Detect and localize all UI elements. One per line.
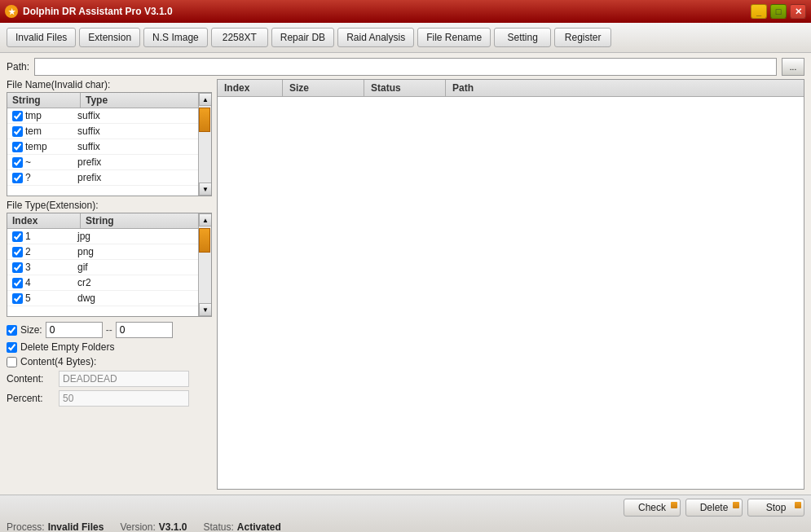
filetype-scroll-thumb[interactable] <box>199 228 210 253</box>
window-controls: _ □ ✕ <box>751 4 806 19</box>
process-value: Invalid Files <box>48 521 104 532</box>
filetype-row-2-check[interactable]: 2 <box>7 245 73 258</box>
filetype-check-5[interactable] <box>12 293 23 304</box>
app-icon: ★ <box>5 5 18 18</box>
2258xt-button[interactable]: 2258XT <box>211 28 268 47</box>
raid-analysis-button[interactable]: Raid Analysis <box>337 28 414 47</box>
results-col-path: Path <box>446 80 804 96</box>
process-label: Process: <box>7 521 45 532</box>
action-row: Check Delete Stop <box>0 495 811 520</box>
filename-hscroll-left[interactable]: ◄ <box>7 196 20 197</box>
main-window: Invalid Files Extension N.S Image 2258XT… <box>0 23 811 532</box>
filetype-check-3[interactable] <box>12 262 23 273</box>
filename-row-1-type: suffix <box>73 109 138 122</box>
filename-col-type: Type <box>81 93 112 108</box>
results-col-index: Index <box>218 80 283 96</box>
filetype-list-header: Index String <box>7 213 198 229</box>
content-check-row: Content(4 Bytes): <box>7 356 212 367</box>
percent-row: Percent: <box>7 390 212 407</box>
filename-row-5-check[interactable]: ? <box>7 171 73 184</box>
results-table: Index Size Status Path <box>217 79 804 490</box>
filename-row-4-check[interactable]: ~ <box>7 156 73 169</box>
filename-row-2-check[interactable]: tem <box>7 125 73 138</box>
filetype-vscrollbar[interactable]: ▲ ▼ <box>198 213 211 316</box>
content-checkbox[interactable] <box>7 357 17 367</box>
filename-row-1-check[interactable]: tmp <box>7 109 73 122</box>
percent-input[interactable] <box>59 390 189 407</box>
filename-check-5[interactable] <box>12 173 23 183</box>
filename-hscrollbar[interactable]: ◄ ► ⊡ <box>7 196 211 196</box>
filetype-hscroll-right[interactable]: ► <box>185 317 198 318</box>
file-rename-button[interactable]: File Rename <box>417 28 491 47</box>
register-button[interactable]: Register <box>554 28 611 47</box>
size-label: Size: <box>20 324 42 336</box>
content-input[interactable] <box>59 371 189 387</box>
filetype-section-label: File Type(Extension): <box>7 200 212 211</box>
delete-empty-checkbox[interactable] <box>7 342 17 353</box>
stop-button[interactable]: Stop <box>747 499 804 517</box>
minimize-button[interactable]: _ <box>751 4 767 19</box>
filename-scroll-up[interactable]: ▲ <box>199 93 212 106</box>
filename-col-string: String <box>7 93 81 108</box>
filetype-row-5-check[interactable]: 5 <box>7 292 73 305</box>
filename-scroll-track <box>199 106 211 182</box>
filetype-scroll-down[interactable]: ▼ <box>199 303 212 316</box>
delete-empty-row: Delete Empty Folders <box>7 341 212 353</box>
filetype-hscrollbar[interactable]: ◄ ► ⊡ <box>7 316 211 317</box>
repair-db-button[interactable]: Repair DB <box>271 28 334 47</box>
content-check-label: Content(4 Bytes): <box>20 356 96 367</box>
list-item: tem suffix <box>7 124 198 139</box>
filetype-check-4[interactable] <box>12 278 23 288</box>
filetype-row-3-string: gif <box>73 261 93 274</box>
status-info: Status: Activated <box>203 521 280 532</box>
filename-resize-grip[interactable]: ⊡ <box>198 196 211 197</box>
filename-scroll-down[interactable]: ▼ <box>199 182 212 196</box>
size-from-input[interactable] <box>46 322 103 338</box>
filename-check-1[interactable] <box>12 111 23 121</box>
filename-section-label: File Name(Invalid char): <box>7 79 212 90</box>
filetype-row-1-check[interactable]: 1 <box>7 230 73 243</box>
filename-row-3-check[interactable]: temp <box>7 140 73 153</box>
filename-hscroll-right[interactable]: ► <box>185 196 198 197</box>
delete-button[interactable]: Delete <box>685 499 743 517</box>
filetype-check-2[interactable] <box>12 247 23 257</box>
extension-button[interactable]: Extension <box>79 28 140 47</box>
path-input[interactable] <box>34 58 777 76</box>
results-header: Index Size Status Path <box>218 80 804 97</box>
filetype-check-1[interactable] <box>12 231 23 242</box>
size-checkbox[interactable] <box>7 325 17 336</box>
filename-check-2[interactable] <box>12 126 23 137</box>
filetype-scroll-track <box>199 226 211 303</box>
close-button[interactable]: ✕ <box>790 4 806 19</box>
filetype-row-4-check[interactable]: 4 <box>7 276 73 289</box>
left-panel: File Name(Invalid char): String Type <box>7 79 212 490</box>
filename-check-4[interactable] <box>12 157 23 168</box>
version-value: V3.1.0 <box>159 521 187 532</box>
filename-section: File Name(Invalid char): String Type <box>7 79 212 196</box>
filename-check-3[interactable] <box>12 142 23 152</box>
list-item: 5 dwg <box>7 291 198 306</box>
filetype-hscroll-left[interactable]: ◄ <box>7 317 20 318</box>
path-label: Path: <box>7 61 29 73</box>
filetype-row-2-string: png <box>73 245 99 258</box>
filename-row-3-type: suffix <box>73 140 138 153</box>
filetype-row-3-check[interactable]: 3 <box>7 261 73 274</box>
browse-button[interactable]: ... <box>782 58 804 76</box>
filetype-scroll-up[interactable]: ▲ <box>199 213 212 226</box>
filetype-resize-grip[interactable]: ⊡ <box>198 317 211 318</box>
status-label: Status: <box>203 521 233 532</box>
filetype-list-body: 1 jpg 2 png 3 gif <box>7 229 198 306</box>
filename-row-2-type: suffix <box>73 125 138 138</box>
invalid-files-button[interactable]: Invalid Files <box>7 28 76 47</box>
size-to-input[interactable] <box>116 322 173 338</box>
filename-vscrollbar[interactable]: ▲ ▼ <box>198 93 211 196</box>
ns-image-button[interactable]: N.S Image <box>143 28 208 47</box>
filetype-list-container: Index String 1 jpg 2 <box>7 213 212 317</box>
setting-button[interactable]: Setting <box>494 28 551 47</box>
check-button[interactable]: Check <box>624 499 681 517</box>
filename-scroll-thumb[interactable] <box>199 108 210 132</box>
filename-list-header: String Type <box>7 93 198 108</box>
info-row: Process: Invalid Files Version: V3.1.0 S… <box>0 520 811 532</box>
filename-list-container: String Type tmp suffix tem <box>7 92 212 196</box>
maximize-button[interactable]: □ <box>770 4 787 19</box>
